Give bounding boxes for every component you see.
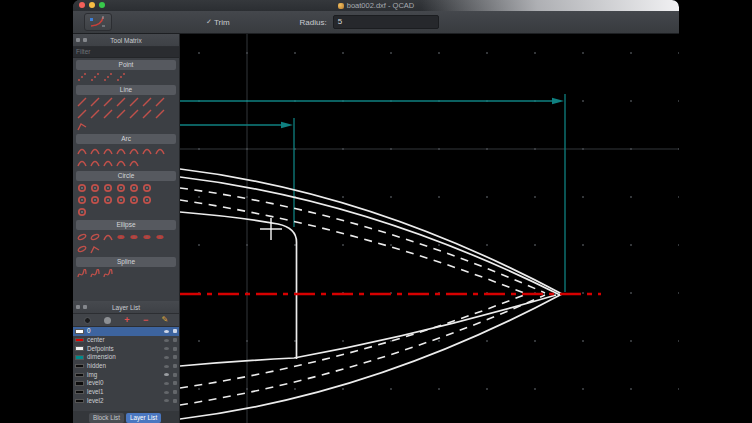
arc-tool-icon[interactable]: [101, 157, 114, 169]
tab-layer-list[interactable]: Layer List: [126, 413, 161, 423]
edit-layer-icon[interactable]: ✎: [162, 316, 169, 324]
layer-lock-icon[interactable]: [173, 355, 177, 359]
radius-input[interactable]: 5: [333, 15, 439, 29]
layer-row[interactable]: img: [73, 370, 179, 379]
layer-color-swatch[interactable]: [75, 373, 84, 378]
layer-visibility-icon[interactable]: [164, 347, 169, 350]
remove-layer-icon[interactable]: −: [143, 316, 148, 325]
layer-lock-icon[interactable]: [173, 338, 177, 342]
layer-lock-icon[interactable]: [173, 364, 177, 368]
spline-tool-icon[interactable]: [88, 268, 101, 280]
layer-color-swatch[interactable]: [75, 364, 84, 369]
add-layer-icon[interactable]: +: [124, 316, 129, 325]
layer-color-swatch[interactable]: [75, 399, 84, 404]
panel-dock-icons[interactable]: [76, 38, 87, 42]
layer-row[interactable]: level0: [73, 379, 179, 388]
circle-tool-icon[interactable]: [114, 194, 127, 206]
spline-tool-icon[interactable]: [75, 268, 88, 280]
line-tool-icon[interactable]: [114, 96, 127, 108]
line-tool-icon[interactable]: [114, 108, 127, 120]
layer-lock-icon[interactable]: [173, 399, 177, 403]
layer-color-swatch[interactable]: [75, 381, 84, 386]
line-tool-icon[interactable]: [127, 96, 140, 108]
polyline-tool-icon[interactable]: [88, 243, 101, 255]
point-tool-icon[interactable]: [101, 71, 114, 83]
layer-row[interactable]: level1: [73, 388, 179, 397]
layer-lock-icon[interactable]: [173, 390, 177, 394]
circle-tool-icon[interactable]: [75, 182, 88, 194]
layer-color-swatch[interactable]: [75, 355, 84, 360]
hide-all-icon[interactable]: [84, 317, 91, 324]
polyline-tool-icon[interactable]: [75, 120, 88, 132]
arc-tool-icon[interactable]: [114, 145, 127, 157]
line-tool-icon[interactable]: [153, 96, 166, 108]
circle-tool-icon[interactable]: [101, 194, 114, 206]
circle-tool-icon[interactable]: [101, 182, 114, 194]
layer-visibility-icon[interactable]: [164, 391, 169, 394]
arc-tool-icon[interactable]: [88, 145, 101, 157]
panel-dock-icons[interactable]: [76, 305, 87, 309]
layer-lock-icon[interactable]: [173, 373, 177, 377]
line-tool-icon[interactable]: [75, 96, 88, 108]
point-tool-icon[interactable]: [88, 71, 101, 83]
layer-visibility-icon[interactable]: [164, 382, 169, 385]
line-tool-icon[interactable]: [101, 108, 114, 120]
arc-tool-icon[interactable]: [153, 145, 166, 157]
ellipse-f-tool-icon[interactable]: [127, 231, 140, 243]
arc-tool-icon[interactable]: [127, 145, 140, 157]
circle-tool-icon[interactable]: [140, 182, 153, 194]
circle-tool-icon[interactable]: [140, 194, 153, 206]
arc-tool-icon[interactable]: [75, 145, 88, 157]
circle-tool-icon[interactable]: [75, 206, 88, 218]
line-tool-icon[interactable]: [88, 108, 101, 120]
circle-tool-icon[interactable]: [114, 182, 127, 194]
layer-row[interactable]: dimension: [73, 353, 179, 362]
ellipse-f-tool-icon[interactable]: [153, 231, 166, 243]
layer-visibility-icon[interactable]: [164, 339, 169, 342]
drawing-canvas[interactable]: [180, 34, 679, 423]
layer-visibility-icon[interactable]: [164, 330, 169, 333]
arc-tool-icon[interactable]: [127, 157, 140, 169]
layer-visibility-icon[interactable]: [164, 365, 169, 368]
ellipse-f-tool-icon[interactable]: [114, 231, 127, 243]
arc-tool-icon[interactable]: [101, 231, 114, 243]
minimize-window-button[interactable]: [89, 2, 95, 8]
line-tool-icon[interactable]: [127, 108, 140, 120]
layer-visibility-icon[interactable]: [164, 399, 169, 402]
arc-tool-icon[interactable]: [101, 145, 114, 157]
layer-lock-icon[interactable]: [173, 347, 177, 351]
ellipse-tool-icon[interactable]: [75, 243, 88, 255]
line-tool-icon[interactable]: [101, 96, 114, 108]
arc-tool-icon[interactable]: [140, 145, 153, 157]
tab-block-list[interactable]: Block List: [89, 413, 124, 423]
circle-tool-icon[interactable]: [75, 194, 88, 206]
circle-tool-icon[interactable]: [127, 182, 140, 194]
close-window-button[interactable]: [79, 2, 85, 8]
ellipse-f-tool-icon[interactable]: [140, 231, 153, 243]
layer-color-swatch[interactable]: [75, 346, 84, 351]
layer-visibility-icon[interactable]: [164, 356, 169, 359]
layer-visibility-icon[interactable]: [164, 373, 169, 376]
spline-tool-icon[interactable]: [101, 268, 114, 280]
circle-tool-icon[interactable]: [127, 194, 140, 206]
line-tool-icon[interactable]: [88, 96, 101, 108]
layer-color-swatch[interactable]: [75, 338, 84, 343]
line-tool-icon[interactable]: [75, 108, 88, 120]
trim-checkbox[interactable]: ✓ Trim: [206, 18, 230, 27]
line-tool-icon[interactable]: [153, 108, 166, 120]
layer-color-swatch[interactable]: [75, 390, 84, 395]
tool-filter-input[interactable]: Filter: [73, 47, 179, 58]
arc-tool-icon[interactable]: [75, 157, 88, 169]
layer-lock-icon[interactable]: [173, 329, 177, 333]
arc-tool-icon[interactable]: [88, 157, 101, 169]
layer-row[interactable]: 0: [73, 327, 179, 336]
ellipse-tool-icon[interactable]: [88, 231, 101, 243]
layer-row[interactable]: level2: [73, 397, 179, 406]
circle-tool-icon[interactable]: [88, 182, 101, 194]
fillet-tool-button[interactable]: [84, 13, 112, 31]
layer-lock-icon[interactable]: [173, 381, 177, 385]
ellipse-tool-icon[interactable]: [75, 231, 88, 243]
layer-row[interactable]: hidden: [73, 362, 179, 371]
layer-color-swatch[interactable]: [75, 329, 84, 334]
arc-tool-icon[interactable]: [114, 157, 127, 169]
